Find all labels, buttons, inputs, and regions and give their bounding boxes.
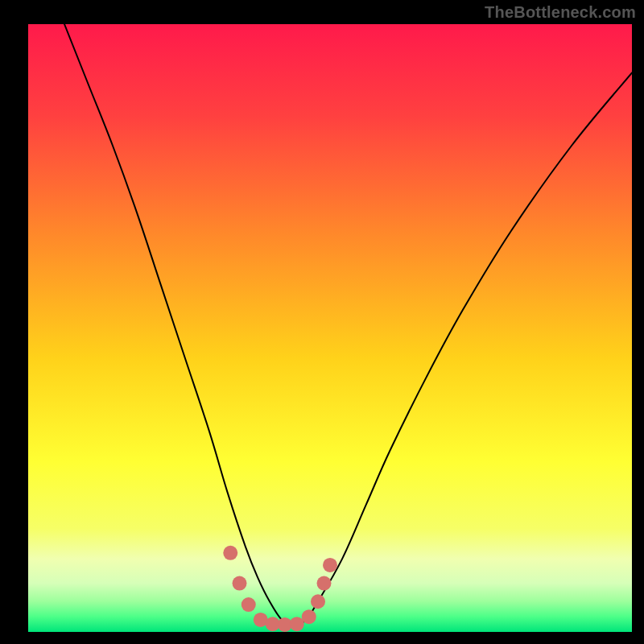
highlight-dot (223, 546, 237, 560)
gradient-background (28, 24, 632, 632)
highlight-dot (290, 617, 304, 631)
chart-stage: TheBottleneck.com (0, 0, 644, 644)
highlight-dot (311, 594, 325, 609)
watermark-text: TheBottleneck.com (485, 3, 636, 22)
highlight-dot (233, 576, 247, 591)
highlight-dot (242, 597, 256, 612)
bottleneck-plot (0, 0, 644, 644)
highlight-dot (317, 576, 332, 591)
highlight-dot (323, 558, 337, 572)
highlight-dot (302, 609, 316, 624)
